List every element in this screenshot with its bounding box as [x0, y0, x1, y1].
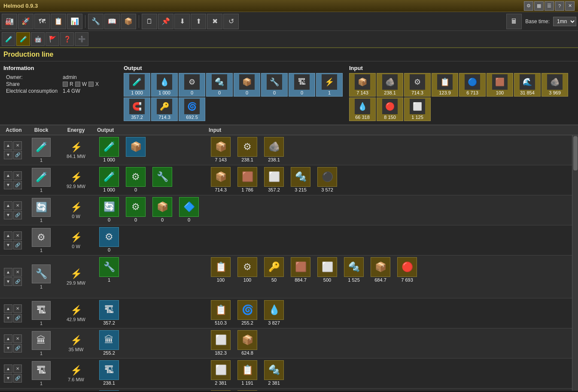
wrench-button[interactable]: 🔧 — [88, 14, 103, 29]
out-item-5[interactable]: 🔧 0 — [261, 73, 288, 97]
in-item-6[interactable]: 🌊 31 854 — [514, 73, 541, 97]
rocket-button[interactable]: 🚀 — [18, 14, 33, 29]
down-button-6[interactable]: ▼ — [4, 314, 12, 322]
base-time-select[interactable]: 1mn 1hr — [553, 17, 576, 26]
link-button-7[interactable]: 🔗 — [13, 344, 22, 352]
prod-out-item[interactable]: 🔷 0 — [176, 197, 202, 222]
in-item-9[interactable]: 🔴 8 150 — [377, 97, 403, 121]
link-button-6[interactable]: 🔗 — [13, 314, 22, 322]
prod-out-item[interactable]: 🔧 1 — [96, 257, 122, 283]
prod-in-item[interactable]: ⬜ 500 — [314, 257, 340, 283]
prod-in-item[interactable]: 🌀 255.2 — [234, 300, 260, 325]
flask1-button[interactable]: 🧪 — [2, 32, 15, 46]
link-button-5[interactable]: 🔗 — [13, 277, 22, 286]
prod-in-item[interactable]: ⚙ 238.1 — [234, 137, 260, 162]
up-button-8[interactable]: ▲ — [4, 365, 12, 373]
factory-button[interactable]: 🏭 — [2, 14, 17, 29]
download-button[interactable]: ⬇ — [174, 14, 190, 29]
in-item-3[interactable]: 📋 123.9 — [432, 73, 458, 97]
out-item-10[interactable]: 🌀 692.5 — [179, 97, 205, 121]
prod-in-item[interactable]: 📦 7 143 — [208, 137, 234, 162]
out-item-8[interactable]: 🧲 357.2 — [124, 97, 150, 121]
prod-in-item[interactable]: 💧 3 827 — [261, 300, 287, 325]
settings-icon[interactable]: ⚙ — [524, 1, 533, 11]
link-button-3[interactable]: 🔗 — [13, 211, 22, 219]
prod-out-item[interactable]: 📦 — [123, 137, 149, 157]
link-button-4[interactable]: 🔗 — [13, 241, 22, 249]
prod-out-item[interactable]: 🧪 1 000 — [96, 137, 122, 162]
close-button[interactable]: ✖ — [207, 14, 222, 29]
prod-in-item[interactable]: ⚫ 3 572 — [314, 167, 340, 192]
delete-button-5[interactable]: ✕ — [13, 268, 22, 277]
down-button-8[interactable]: ▼ — [4, 374, 12, 383]
in-item-10[interactable]: ⬜ 1 125 — [404, 97, 431, 121]
prod-in-item[interactable]: 📦 — [208, 390, 234, 391]
delete-button-2[interactable]: ✕ — [13, 171, 22, 180]
out-item-7[interactable]: ⚡ 1 — [316, 73, 343, 97]
flag-button[interactable]: 🚩 — [46, 32, 59, 46]
link-button-2[interactable]: 🔗 — [13, 181, 22, 189]
prod-in-item[interactable]: 🌿 — [234, 390, 260, 391]
prod-in-item[interactable]: ⬜ 357.2 — [261, 167, 287, 192]
prod-in-item[interactable]: 📦 624.8 — [234, 330, 260, 356]
share-w-checkbox[interactable] — [75, 82, 80, 87]
prod-in-item[interactable]: 📋 1 191 — [234, 360, 260, 386]
scrollbar-track[interactable] — [572, 135, 578, 391]
out-item-6[interactable]: 🏗 0 — [289, 73, 315, 97]
prod-out-item[interactable]: 🧪 1 000 — [96, 167, 122, 192]
prod-out-item[interactable]: 🏗 357.2 — [96, 300, 122, 325]
prod-out-item[interactable]: 🏛 255.2 — [96, 330, 122, 356]
box-button[interactable]: 📦 — [121, 14, 136, 29]
delete-button-4[interactable]: ✕ — [13, 231, 22, 240]
calc-icon[interactable]: 🖩 — [506, 14, 522, 29]
down-button-5[interactable]: ▼ — [4, 277, 12, 286]
in-item-8[interactable]: 💧 66 318 — [349, 97, 376, 121]
plus-button[interactable]: ➕ — [75, 32, 88, 46]
upload-button[interactable]: ⬆ — [191, 14, 206, 29]
out-item-0[interactable]: 🧪 1 000 — [124, 73, 150, 97]
prod-in-item[interactable]: 🔴 7 693 — [394, 257, 420, 283]
down-button-1[interactable]: ▼ — [4, 151, 12, 159]
prod-out-item[interactable]: 🏭 — [96, 390, 122, 391]
in-item-2[interactable]: ⚙ 714.3 — [404, 73, 431, 97]
in-item-7[interactable]: 🪨 3 969 — [541, 73, 568, 97]
share-x-checkbox[interactable] — [88, 82, 94, 87]
clipboard-button[interactable]: 📌 — [158, 14, 173, 29]
prod-out-item[interactable]: ⚙ 0 — [123, 197, 149, 222]
in-item-1[interactable]: 🪨 238.1 — [377, 73, 403, 97]
robot-button[interactable]: 🤖 — [31, 32, 45, 46]
down-button-3[interactable]: ▼ — [4, 211, 12, 219]
in-item-5[interactable]: 🟫 100 — [487, 73, 513, 97]
prod-out-item[interactable]: ⚙ 0 — [123, 167, 149, 192]
delete-button-7[interactable]: ✕ — [13, 334, 22, 343]
down-button-4[interactable]: ▼ — [4, 241, 12, 249]
prod-in-item[interactable]: 🟫 1 786 — [234, 167, 260, 192]
production-table[interactable]: ▲ ✕ ▼ 🔗 🧪 1 ⚡ 84.1 MW 🧪 1 000 — [0, 135, 572, 391]
down-button-2[interactable]: ▼ — [4, 181, 12, 189]
prod-in-item[interactable]: 📦 684.7 — [368, 257, 393, 283]
prod-in-item[interactable]: ⬜ 182.3 — [208, 330, 234, 356]
delete-button-8[interactable]: ✕ — [13, 365, 22, 373]
prod-in-item[interactable]: 📋 100 — [208, 257, 234, 283]
copy-button[interactable]: 🗒 — [142, 14, 157, 29]
down-button-7[interactable]: ▼ — [4, 344, 12, 352]
map-button[interactable]: 🗺 — [34, 14, 50, 29]
prod-out-item[interactable]: 📦 0 — [149, 197, 175, 222]
help2-button[interactable]: ❓ — [60, 32, 74, 46]
link-button-1[interactable]: 🔗 — [13, 151, 22, 159]
up-button-6[interactable]: ▲ — [4, 304, 12, 313]
up-button-1[interactable]: ▲ — [4, 141, 12, 150]
up-button-3[interactable]: ▲ — [4, 201, 12, 210]
prod-out-item[interactable]: 🏗 238.1 — [96, 360, 122, 386]
prod-in-item[interactable]: ⬜ 2 381 — [208, 360, 234, 386]
delete-button-3[interactable]: ✕ — [13, 201, 22, 210]
link-button-8[interactable]: 🔗 — [13, 374, 22, 383]
out-item-3[interactable]: 🔩 0 — [206, 73, 233, 97]
prod-in-item[interactable]: 🔩 1 525 — [341, 257, 367, 283]
scrollbar-thumb[interactable] — [573, 136, 578, 170]
in-item-0[interactable]: 📦 7 143 — [349, 73, 376, 97]
out-item-1[interactable]: 💧 1 000 — [151, 73, 178, 97]
list-icon[interactable]: ☰ — [545, 1, 554, 11]
up-button-5[interactable]: ▲ — [4, 268, 12, 277]
chart-button[interactable]: 📊 — [67, 14, 82, 29]
